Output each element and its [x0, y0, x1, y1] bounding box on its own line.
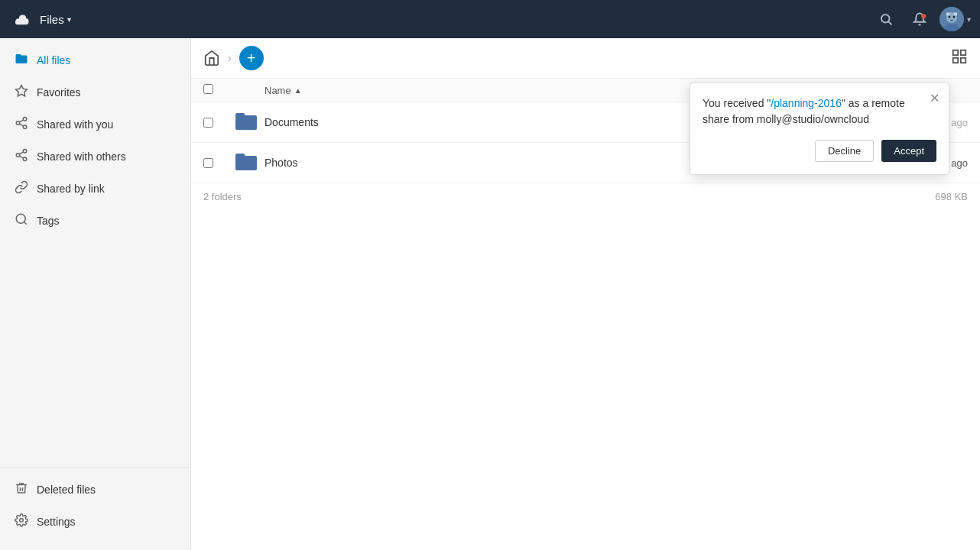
svg-line-21 [24, 222, 26, 224]
sidebar-item-favorites[interactable]: Favorites [0, 76, 190, 108]
svg-line-18 [19, 156, 23, 158]
svg-marker-9 [16, 86, 28, 96]
main-toolbar: › + [191, 38, 980, 79]
svg-point-20 [16, 214, 25, 223]
main-area: › + Name ▲ [191, 38, 980, 550]
svg-line-14 [19, 120, 23, 122]
avatar [939, 7, 964, 31]
files-menu-button[interactable]: Files ▾ [34, 10, 77, 29]
share-out-icon [14, 148, 29, 165]
file-name-photos: Photos [264, 157, 743, 169]
row-checkbox-area[interactable] [203, 118, 234, 128]
popup-message-prefix: You received " [703, 97, 771, 109]
top-navigation: Files ▾ [0, 0, 980, 38]
svg-point-12 [23, 125, 27, 129]
svg-rect-25 [953, 57, 958, 62]
sidebar-spacer [0, 237, 190, 467]
svg-point-15 [23, 150, 27, 154]
folder-svg [234, 150, 258, 172]
name-col-label: Name [264, 85, 291, 96]
svg-point-16 [16, 154, 20, 157]
sidebar-item-all-files[interactable]: All files [0, 44, 190, 76]
files-caret-icon: ▾ [67, 15, 71, 24]
breadcrumb-separator: › [228, 52, 232, 64]
topnav-right-area: ▾ [872, 5, 971, 33]
folder-count: 2 folders [203, 191, 242, 202]
sidebar-item-shared-with-you[interactable]: Shared with you [0, 108, 190, 141]
sidebar-deleted-files-label: Deleted files [37, 484, 96, 496]
notification-popup: ✕ You received "/planning-2016" as a rem… [690, 82, 949, 175]
avatar-caret-icon: ▾ [967, 15, 971, 24]
select-all-checkbox-area[interactable] [203, 83, 234, 97]
folder-icon [14, 52, 29, 69]
app-logo [9, 7, 34, 31]
svg-point-1 [881, 15, 890, 23]
svg-rect-23 [953, 50, 958, 54]
svg-point-3 [921, 14, 926, 18]
row-checkbox-area[interactable] [203, 158, 234, 168]
sidebar-shared-with-you-label: Shared with you [37, 118, 113, 131]
cloud-logo-icon [9, 7, 34, 31]
sort-arrow-icon: ▲ [294, 86, 302, 95]
svg-point-17 [23, 157, 27, 161]
sidebar-shared-by-link-label: Shared by link [37, 183, 105, 195]
svg-rect-24 [961, 50, 965, 54]
total-size: 698 KB [935, 191, 968, 202]
tags-icon [14, 212, 29, 229]
grid-icon [951, 48, 968, 65]
search-icon [879, 12, 893, 26]
trash-icon [14, 481, 29, 498]
bell-icon [913, 12, 926, 26]
popup-actions: Decline Accept [703, 140, 936, 162]
popup-close-button[interactable]: ✕ [930, 91, 939, 105]
accept-button[interactable]: Accept [881, 140, 936, 162]
avatar-button[interactable]: ▾ [939, 7, 971, 31]
decline-button[interactable]: Decline [815, 140, 874, 162]
svg-point-22 [20, 519, 24, 522]
svg-point-8 [953, 16, 956, 18]
svg-point-11 [16, 121, 20, 125]
home-icon [203, 50, 220, 66]
add-new-button[interactable]: + [239, 46, 264, 70]
sidebar: All files Favorites Shared with you Shar… [0, 38, 191, 550]
search-button[interactable] [872, 5, 900, 33]
folder-icon-documents [234, 110, 264, 134]
sidebar-all-files-label: All files [37, 54, 70, 66]
svg-rect-26 [961, 57, 965, 62]
sidebar-item-shared-by-link[interactable]: Shared by link [0, 173, 190, 205]
grid-view-button[interactable] [951, 48, 968, 69]
breadcrumb-home-button[interactable] [203, 50, 220, 66]
sidebar-item-deleted-files[interactable]: Deleted files [0, 474, 190, 506]
gear-icon [14, 513, 29, 530]
row-checkbox[interactable] [203, 158, 213, 168]
select-all-checkbox[interactable] [203, 84, 213, 94]
share-in-icon [14, 116, 29, 133]
sidebar-favorites-label: Favorites [37, 86, 81, 99]
sidebar-shared-with-others-label: Shared with others [37, 150, 126, 163]
folder-svg [234, 110, 258, 131]
svg-line-13 [19, 124, 23, 126]
avatar-image [939, 7, 964, 31]
folder-icon-photos [234, 150, 264, 175]
link-icon [14, 180, 29, 197]
row-checkbox[interactable] [203, 118, 213, 128]
svg-point-7 [949, 16, 951, 18]
notifications-button[interactable] [906, 5, 933, 33]
popup-message-line2: share from molly@studio/owncloud [703, 113, 869, 125]
app-body: All files Favorites Shared with you Shar… [0, 38, 980, 550]
sidebar-item-shared-with-others[interactable]: Shared with others [0, 141, 190, 173]
file-list-footer: 2 folders 698 KB [191, 183, 980, 210]
popup-share-path: /planning-2016 [771, 97, 842, 109]
sidebar-item-tags[interactable]: Tags [0, 205, 190, 237]
popup-message-suffix: " as a remote [842, 97, 905, 109]
star-icon [14, 84, 29, 101]
svg-point-10 [23, 118, 27, 121]
svg-line-2 [888, 21, 891, 24]
popup-message: You received "/planning-2016" as a remot… [703, 95, 936, 128]
sidebar-item-settings[interactable]: Settings [0, 506, 190, 538]
sidebar-tags-label: Tags [37, 215, 60, 227]
svg-line-19 [19, 152, 23, 154]
files-label: Files [40, 13, 64, 26]
sidebar-settings-label: Settings [37, 516, 76, 528]
sidebar-bottom: Deleted files Settings [0, 467, 190, 544]
